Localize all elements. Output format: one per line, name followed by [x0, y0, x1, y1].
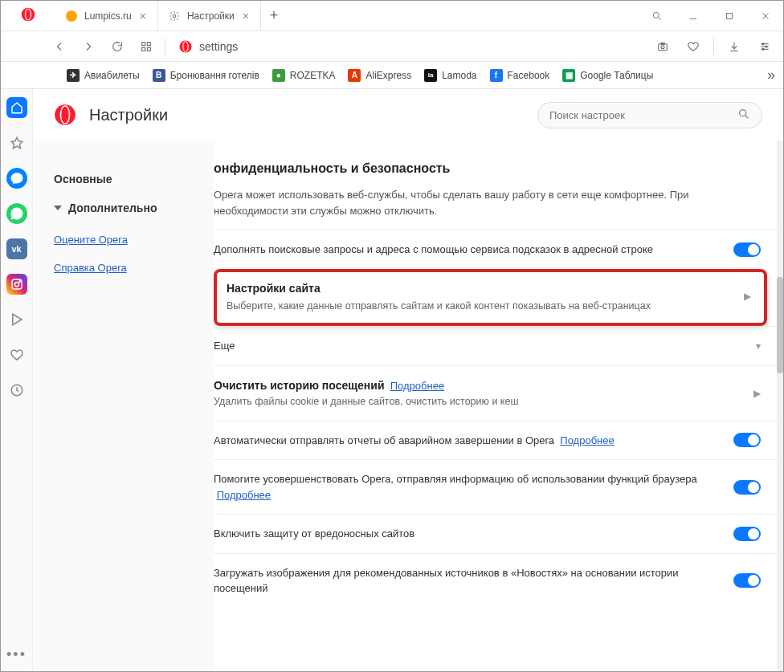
sidebar-vk-button[interactable]: vk	[6, 238, 27, 259]
scroll-thumb[interactable]	[777, 277, 783, 373]
row-malware-protection: Включить защиту от вредоносных сайтов	[214, 514, 777, 553]
gear-icon	[168, 10, 181, 22]
row-site-settings[interactable]: Настройки сайта Выберите, какие данные о…	[214, 269, 767, 327]
sidebar-instagram-button[interactable]	[6, 274, 27, 295]
toggle-crash[interactable]	[733, 433, 761, 447]
sidebar-bookmarks-button[interactable]	[6, 132, 27, 153]
row-subtitle: Удалить файлы cookie и данные сайтов, оч…	[214, 394, 744, 409]
opera-logo-icon	[54, 104, 76, 126]
bookmark-label: Lamoda	[442, 70, 476, 81]
close-icon[interactable]: ×	[138, 10, 148, 22]
svg-rect-12	[147, 42, 150, 45]
sidebar-whatsapp-button[interactable]	[6, 203, 27, 224]
search-input[interactable]	[549, 109, 737, 121]
learn-more-link[interactable]: Подробнее	[390, 380, 444, 392]
opera-menu-button[interactable]	[1, 1, 55, 31]
left-sidebar: vk •••	[1, 89, 33, 671]
heart-button[interactable]	[683, 36, 704, 57]
svg-point-4	[173, 14, 176, 18]
bookmark-label: Бронювання готелів	[170, 70, 259, 81]
toggle-malware[interactable]	[733, 527, 761, 541]
sidebar-more-button[interactable]: •••	[6, 646, 27, 663]
svg-point-31	[14, 282, 18, 286]
bookmark-item[interactable]: AAliExpress	[348, 69, 411, 82]
svg-marker-33	[12, 314, 21, 325]
bookmark-label: AliExpress	[365, 70, 411, 81]
toggle-autocomplete[interactable]	[733, 242, 761, 257]
bookmark-icon: A	[348, 69, 361, 82]
settings-nav: Основные Дополнительно Оцените Opera Спр…	[33, 141, 214, 671]
nav-forward-button[interactable]	[78, 36, 99, 57]
toggle-improve[interactable]	[733, 480, 761, 495]
svg-point-32	[19, 281, 21, 283]
svg-rect-13	[142, 47, 145, 51]
bookmark-icon: ▦	[562, 69, 575, 82]
nav-back-button[interactable]	[49, 36, 70, 57]
tab-title: Lumpics.ru	[84, 10, 132, 22]
settings-main: онфиденциальность и безопасность Opera м…	[214, 141, 783, 671]
row-more[interactable]: Еще ▾	[214, 326, 777, 365]
settings-search[interactable]	[537, 102, 762, 128]
reload-button[interactable]	[107, 36, 128, 57]
row-autocomplete: Дополнять поисковые запросы и адреса с п…	[214, 230, 777, 269]
svg-point-19	[661, 45, 664, 48]
settings-header: Настройки	[33, 89, 783, 141]
chevron-right-icon: ▶	[744, 291, 751, 302]
toolbar-separator	[713, 39, 714, 55]
section-intro: Opera может использовать веб-службы, что…	[214, 187, 777, 230]
svg-rect-11	[142, 42, 145, 45]
sidebar-home-button[interactable]	[6, 97, 27, 118]
bookmark-item[interactable]: ▦Google Таблицы	[562, 69, 653, 82]
tab-favicon-lumpics	[65, 10, 78, 22]
titlebar: Lumpics.ru × Настройки × +	[1, 1, 783, 31]
tab-settings[interactable]: Настройки ×	[158, 1, 261, 31]
easy-setup-button[interactable]	[754, 36, 775, 57]
address-text: settings	[199, 40, 238, 53]
tab-strip: Lumpics.ru × Настройки × +	[55, 1, 639, 31]
close-button[interactable]	[747, 1, 783, 31]
bookmark-item[interactable]: BБронювання готелів	[153, 69, 259, 82]
address-bar[interactable]: settings	[174, 39, 636, 54]
close-icon[interactable]: ×	[241, 10, 251, 22]
bookmark-item[interactable]: ✈Авиабилеты	[67, 69, 140, 82]
new-tab-button[interactable]: +	[261, 1, 287, 31]
svg-point-37	[61, 107, 68, 124]
sidebar-flow-button[interactable]	[6, 309, 27, 330]
sidebar-personal-news-button[interactable]	[6, 344, 27, 365]
nav-basic[interactable]: Основные	[47, 165, 199, 193]
maximize-button[interactable]	[711, 1, 747, 31]
opera-logo-icon	[20, 6, 36, 25]
search-button[interactable]	[639, 1, 675, 31]
sidebar-messenger-button[interactable]	[6, 168, 27, 189]
row-news-images: Загружать изображения для рекомендованны…	[214, 553, 777, 608]
minimize-button[interactable]	[675, 1, 711, 31]
svg-point-17	[183, 42, 187, 51]
bookmark-item[interactable]: laLamoda	[424, 69, 476, 82]
speed-dial-button[interactable]	[136, 36, 157, 57]
row-label: Еще	[214, 338, 746, 354]
tab-lumpics[interactable]: Lumpics.ru ×	[55, 1, 158, 31]
svg-point-2	[26, 9, 31, 19]
nav-help-opera[interactable]: Справка Opera	[47, 257, 199, 279]
svg-point-38	[740, 109, 746, 116]
bookmark-item[interactable]: fFacebook	[490, 69, 550, 82]
toggle-news-images[interactable]	[733, 573, 761, 588]
bookmark-label: Авиабилеты	[84, 70, 140, 81]
nav-rate-opera[interactable]: Оцените Opera	[47, 229, 199, 250]
bookmark-item[interactable]: ●ROZETKA	[272, 69, 336, 82]
scrollbar[interactable]	[777, 141, 783, 671]
svg-rect-8	[726, 13, 732, 18]
sidebar-history-button[interactable]	[6, 380, 27, 401]
nav-advanced[interactable]: Дополнительно	[47, 193, 199, 222]
row-improve-opera: Помогите усовершенствовать Opera, отправ…	[214, 459, 777, 514]
learn-more-link[interactable]: Подробнее	[217, 489, 271, 501]
snapshot-button[interactable]	[652, 36, 673, 57]
row-title: Очистить историю посещений	[214, 379, 385, 392]
row-label: Помогите усовершенствовать Opera, отправ…	[214, 473, 697, 485]
download-button[interactable]	[724, 36, 745, 57]
svg-rect-14	[147, 47, 150, 51]
bookmarks-overflow[interactable]: »	[767, 67, 775, 83]
row-clear-history[interactable]: Очистить историю посещений Подробнее Уда…	[214, 365, 777, 421]
learn-more-link[interactable]: Подробнее	[560, 434, 614, 446]
svg-point-26	[762, 43, 764, 44]
